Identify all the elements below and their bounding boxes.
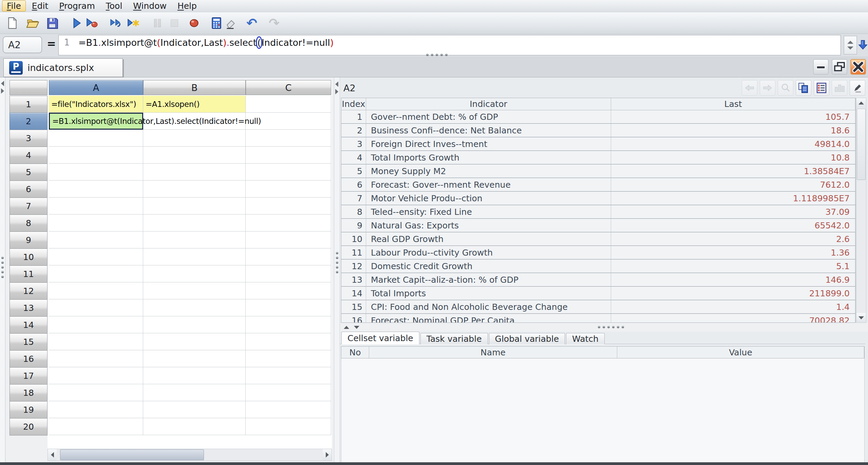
cell-c20[interactable] xyxy=(246,418,331,435)
scroll-up-button[interactable] xyxy=(856,98,866,108)
row-header-13[interactable]: 13 xyxy=(10,299,48,317)
cell-c6[interactable] xyxy=(246,181,331,198)
document-tab[interactable]: P indicators.splx xyxy=(3,58,123,77)
collapse-left-icon[interactable] xyxy=(1,81,4,86)
expand-panel-right-icon[interactable] xyxy=(335,89,338,94)
row-header-16[interactable]: 16 xyxy=(10,350,48,368)
variable-table-body[interactable] xyxy=(341,358,865,465)
data-options-button[interactable] xyxy=(814,80,829,96)
left-collapse-strip[interactable] xyxy=(0,77,5,462)
step-cursor-button[interactable] xyxy=(126,16,140,31)
cell-c18[interactable] xyxy=(246,384,331,401)
scroll-left-button[interactable] xyxy=(48,449,57,461)
cell-a19[interactable] xyxy=(49,401,143,418)
grid-horizontal-scrollbar[interactable] xyxy=(48,449,332,461)
cell-a1[interactable]: =file("Indicators.xlsx") xyxy=(49,96,143,113)
cell-c16[interactable] xyxy=(246,350,331,367)
row-header-5[interactable]: 5 xyxy=(10,164,48,181)
cell-b16[interactable] xyxy=(143,350,246,367)
cell-c1[interactable] xyxy=(246,96,331,113)
copy-data-button[interactable] xyxy=(796,80,811,96)
pin-edit-button[interactable] xyxy=(850,80,865,96)
cell-c5[interactable] xyxy=(246,164,331,181)
cell-a15[interactable] xyxy=(49,333,143,350)
cell-a8[interactable] xyxy=(49,215,143,231)
tab-global-variable[interactable]: Global variable xyxy=(489,333,565,344)
row-header-14[interactable]: 14 xyxy=(10,316,48,334)
cell-b5[interactable] xyxy=(143,164,246,181)
row-header-12[interactable]: 12 xyxy=(10,282,48,300)
cell-c4[interactable] xyxy=(246,147,331,164)
vertical-scroll-thumb[interactable] xyxy=(857,109,866,180)
cell-a14[interactable] xyxy=(49,316,143,333)
cell-c7[interactable] xyxy=(246,198,331,215)
run-debug-button[interactable] xyxy=(84,16,99,31)
menu-file[interactable]: File xyxy=(2,0,26,12)
close-button[interactable] xyxy=(850,59,866,75)
variable-header-name[interactable]: Name xyxy=(369,347,617,358)
clear-button[interactable] xyxy=(223,16,238,31)
row-header-2[interactable]: 2 xyxy=(10,113,48,130)
result-header-indicator[interactable]: Indicator xyxy=(366,98,611,110)
cell-b10[interactable] xyxy=(143,248,246,265)
cell-b18[interactable] xyxy=(143,384,246,401)
minimize-button[interactable] xyxy=(813,59,829,75)
cell-b6[interactable] xyxy=(143,181,246,198)
editor-height-spinner[interactable] xyxy=(844,36,857,55)
new-file-button[interactable] xyxy=(5,16,20,31)
grid-corner[interactable] xyxy=(10,80,48,95)
row-header-20[interactable]: 20 xyxy=(10,418,48,435)
row-header-19[interactable]: 19 xyxy=(10,401,48,418)
cell-a6[interactable] xyxy=(49,181,143,198)
bottom-splitter[interactable] xyxy=(340,323,868,332)
row-header-3[interactable]: 3 xyxy=(10,130,48,147)
cell-b14[interactable] xyxy=(143,316,246,333)
open-file-button[interactable] xyxy=(25,16,40,31)
cell-b3[interactable] xyxy=(143,130,246,147)
splitter-up-button[interactable] xyxy=(343,324,350,330)
save-file-button[interactable] xyxy=(45,16,60,31)
cell-b1[interactable]: =A1.xlsopen() xyxy=(143,96,246,113)
cell-b13[interactable] xyxy=(143,299,246,316)
cell-a18[interactable] xyxy=(49,384,143,401)
cell-b15[interactable] xyxy=(143,333,246,350)
cell-a3[interactable] xyxy=(49,130,143,147)
cell-c9[interactable] xyxy=(246,231,331,248)
column-header-c[interactable]: C xyxy=(246,80,331,95)
cell-a10[interactable] xyxy=(49,248,143,265)
tab-watch[interactable]: Watch xyxy=(566,333,605,344)
top-splitter-handle[interactable] xyxy=(426,54,448,56)
cell-b20[interactable] xyxy=(143,418,246,435)
cell-c10[interactable] xyxy=(246,248,331,265)
row-header-10[interactable]: 10 xyxy=(10,248,48,266)
row-header-17[interactable]: 17 xyxy=(10,367,48,385)
variable-header-value[interactable]: Value xyxy=(617,347,864,358)
cell-b12[interactable] xyxy=(143,282,246,299)
cell-b7[interactable] xyxy=(143,198,246,215)
row-header-7[interactable]: 7 xyxy=(10,198,48,215)
cell-a12[interactable] xyxy=(49,282,143,299)
spinner-up-icon[interactable] xyxy=(847,41,853,44)
cell-a9[interactable] xyxy=(49,231,143,248)
undo-button[interactable]: ↶ xyxy=(244,16,259,31)
cell-a17[interactable] xyxy=(49,367,143,384)
cell-a16[interactable] xyxy=(49,350,143,367)
cell-c17[interactable] xyxy=(246,367,331,384)
cell-b9[interactable] xyxy=(143,231,246,248)
cell-b4[interactable] xyxy=(143,147,246,164)
tab-cellset-variable[interactable]: Cellset variable xyxy=(341,332,419,344)
row-header-15[interactable]: 15 xyxy=(10,333,48,351)
cell-a4[interactable] xyxy=(49,147,143,164)
menu-help[interactable]: Help xyxy=(173,0,202,12)
tab-task-variable[interactable]: Task variable xyxy=(420,333,488,344)
cell-c8[interactable] xyxy=(246,215,331,231)
panel-splitter-handle[interactable] xyxy=(336,252,338,273)
left-splitter-handle[interactable] xyxy=(1,257,4,278)
spinner-down-icon[interactable] xyxy=(847,46,853,50)
scroll-right-button[interactable] xyxy=(323,449,332,461)
restore-button[interactable] xyxy=(832,59,847,75)
formula-editor[interactable]: 1 =B1.xlsimport@t(Indicator,Last).select… xyxy=(58,35,841,55)
menu-program[interactable]: Program xyxy=(54,0,100,12)
cell-b11[interactable] xyxy=(143,265,246,282)
cell-c14[interactable] xyxy=(246,316,331,333)
